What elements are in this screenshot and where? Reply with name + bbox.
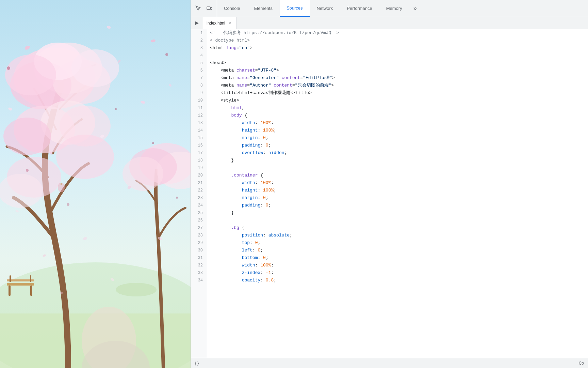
code-line: width: 100%; xyxy=(210,119,588,127)
devtools-toolbar: Console Elements Sources Network Perform… xyxy=(191,0,588,17)
svg-rect-7 xyxy=(9,286,11,296)
code-line: <head> xyxy=(210,59,588,67)
svg-point-16 xyxy=(5,55,56,95)
code-line xyxy=(210,52,588,59)
device-toggle-button[interactable] xyxy=(205,4,214,13)
line-number: 18 xyxy=(191,157,207,164)
code-line: height: 100%; xyxy=(210,127,588,134)
code-line: } xyxy=(210,157,588,164)
code-line: left: 0; xyxy=(210,247,588,254)
status-text: Co xyxy=(579,361,584,366)
code-line: position: absolute; xyxy=(210,232,588,239)
svg-point-45 xyxy=(7,66,10,70)
line-number: 1 xyxy=(191,29,207,37)
tab-memory[interactable]: Memory xyxy=(379,0,409,17)
code-content[interactable]: <!-- 代码参考 https://codepen.io/K-T/pen/qoV… xyxy=(207,29,588,358)
line-number: 8 xyxy=(191,82,207,89)
line-number: 28 xyxy=(191,232,207,239)
line-number: 2 xyxy=(191,37,207,44)
code-line: body { xyxy=(210,112,588,119)
file-tabs-bar: index.html × xyxy=(191,17,588,29)
line-number: 25 xyxy=(191,209,207,217)
code-line: <meta charset="UTF-8"> xyxy=(210,67,588,74)
code-line: z-index: -1; xyxy=(210,269,588,277)
svg-point-17 xyxy=(71,49,119,87)
inspect-element-button[interactable] xyxy=(194,4,203,13)
line-number: 24 xyxy=(191,202,207,209)
more-tabs-button[interactable]: » xyxy=(409,0,421,17)
code-line: .bg { xyxy=(210,224,588,232)
bottom-bar: { } Co xyxy=(191,358,588,368)
code-line: <!doctype html> xyxy=(210,37,588,44)
background-panel xyxy=(0,0,191,368)
svg-rect-56 xyxy=(211,7,212,10)
svg-point-51 xyxy=(176,197,178,199)
tab-console[interactable]: Console xyxy=(217,0,247,17)
code-line: top: 0; xyxy=(210,239,588,247)
tab-network[interactable]: Network xyxy=(310,0,340,17)
svg-rect-10 xyxy=(30,275,31,282)
line-number: 34 xyxy=(191,277,207,284)
line-number: 20 xyxy=(191,172,207,179)
show-sidebar-button[interactable] xyxy=(191,17,203,29)
line-number: 15 xyxy=(191,134,207,142)
line-number: 6 xyxy=(191,67,207,74)
code-line xyxy=(210,164,588,172)
code-line xyxy=(210,217,588,224)
svg-rect-55 xyxy=(207,7,210,10)
svg-rect-53 xyxy=(61,183,62,185)
svg-point-20 xyxy=(3,118,51,155)
svg-point-47 xyxy=(115,108,117,110)
code-line: width: 100%; xyxy=(210,179,588,187)
code-line: padding: 0; xyxy=(210,202,588,209)
format-icon[interactable]: { } xyxy=(195,361,199,366)
code-line: <html lang="en"> xyxy=(210,44,588,52)
svg-point-50 xyxy=(67,203,69,206)
tab-performance[interactable]: Performance xyxy=(340,0,379,17)
code-line: bottom: 0; xyxy=(210,254,588,262)
code-line: width: 100%; xyxy=(210,262,588,269)
code-line: <!-- 代码参考 https://codepen.io/K-T/pen/qoV… xyxy=(210,29,588,37)
line-number: 26 xyxy=(191,217,207,224)
code-line: .container { xyxy=(210,172,588,179)
line-number: 13 xyxy=(191,119,207,127)
line-number: 9 xyxy=(191,89,207,97)
svg-marker-57 xyxy=(195,21,199,25)
code-line: <meta name="Generator" content="EditPlus… xyxy=(210,74,588,82)
line-number: 22 xyxy=(191,187,207,194)
svg-point-46 xyxy=(165,53,168,56)
line-number: 31 xyxy=(191,254,207,262)
svg-point-23 xyxy=(0,174,43,208)
svg-rect-9 xyxy=(10,275,11,282)
code-line: overflow: hidden; xyxy=(210,149,588,157)
svg-point-49 xyxy=(152,142,154,144)
code-line: html, xyxy=(210,104,588,112)
line-number: 7 xyxy=(191,74,207,82)
code-line: <title>html+canvas制作樱花雨</title> xyxy=(210,89,588,97)
svg-point-54 xyxy=(116,283,157,296)
code-line: <style> xyxy=(210,97,588,104)
line-number: 30 xyxy=(191,247,207,254)
line-numbers: 1234567891011121314151617181920212223242… xyxy=(191,29,207,358)
file-tab-index-html[interactable]: index.html × xyxy=(203,17,236,29)
line-number: 3 xyxy=(191,44,207,52)
line-number: 27 xyxy=(191,224,207,232)
line-number: 17 xyxy=(191,149,207,157)
svg-point-48 xyxy=(26,169,29,172)
code-line: opacity: 0.8; xyxy=(210,277,588,284)
code-editor[interactable]: 1234567891011121314151617181920212223242… xyxy=(191,29,588,358)
toolbar-icons xyxy=(191,0,217,17)
file-tab-close[interactable]: × xyxy=(227,20,233,26)
line-number: 23 xyxy=(191,194,207,202)
line-number: 10 xyxy=(191,97,207,104)
tab-elements[interactable]: Elements xyxy=(247,0,280,17)
code-line: height: 100%; xyxy=(210,187,588,194)
line-number: 19 xyxy=(191,164,207,172)
line-number: 11 xyxy=(191,104,207,112)
line-number: 29 xyxy=(191,239,207,247)
line-number: 16 xyxy=(191,142,207,149)
line-number: 33 xyxy=(191,269,207,277)
svg-rect-5 xyxy=(7,283,34,286)
devtools-panel: Console Elements Sources Network Perform… xyxy=(191,0,588,368)
tab-sources[interactable]: Sources xyxy=(280,0,310,17)
